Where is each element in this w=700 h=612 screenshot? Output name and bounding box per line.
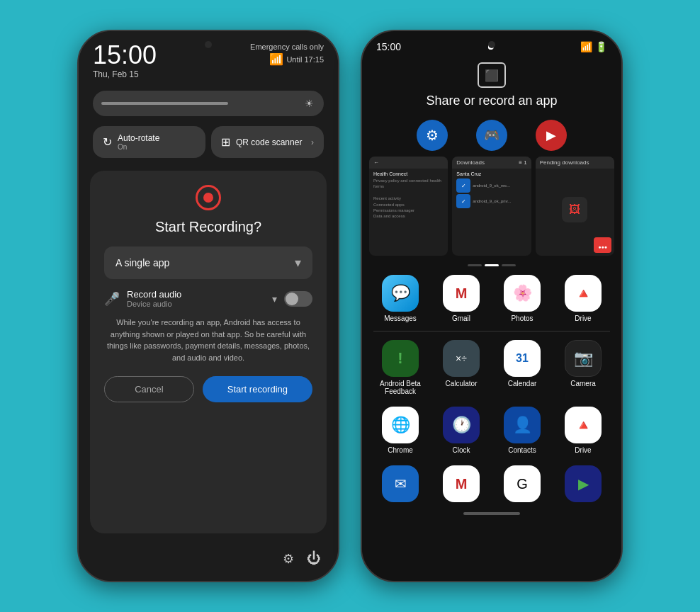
pending-label: Pending downloads [540,159,589,166]
calendar-label: Calendar [508,380,537,387]
left-phone: 15:00 Thu, Feb 15 Emergency calls only 📶… [77,30,339,582]
youtube-icon-glyph: ▶ [546,128,556,143]
emergency-text: Emergency calls only [250,42,324,51]
android-beta-glyph: ! [397,349,402,368]
messages-app[interactable]: 💬 Messages [373,275,427,322]
auto-rotate-tile[interactable]: ↻ Auto-rotate On [93,126,205,158]
preview-card-2-header: Downloads ≡ 1 [452,157,531,169]
scroll-indicator [362,261,621,269]
calendar-app[interactable]: 31 Calendar [495,340,549,395]
gmail-glyph: M [456,285,468,302]
top-apps-row: ⚙ 🎮 ▶ [362,117,621,157]
contacts-glyph: 👤 [513,416,532,434]
dropdown-text: A single app [115,257,169,268]
drive-icon: 🔺 [565,275,602,312]
preview-card-3[interactable]: Pending downloads 🖼 ●●● [536,157,614,256]
play-app-icon[interactable]: 🎮 [476,120,507,151]
gmail-icon: M [443,275,480,312]
toggle-thumb [286,293,298,305]
drive2-label: Drive [575,446,591,454]
cancel-button[interactable]: Cancel [104,376,194,402]
clock-app[interactable]: 🕐 Clock [434,407,488,454]
chrome-app[interactable]: 🌐 Chrome [373,407,427,454]
app-row4-3[interactable]: G [495,465,549,502]
status-icons-right: 📶 🔋 [580,41,607,52]
audio-sublabel: Device audio [127,300,265,308]
messages-icon: 💬 [382,275,419,312]
photos-label: Photos [511,314,533,322]
calendar-glyph: 31 [516,352,529,365]
time-right: 15:00 [376,41,401,52]
auto-rotate-sublabel: On [118,143,159,151]
preview-card-2[interactable]: Downloads ≡ 1 Santa Cruz ✓ android_9_ok_… [452,157,531,256]
app-row4-4[interactable]: ▶ [556,465,610,502]
app-row4-1[interactable]: ✉ [373,465,427,502]
audio-toggle[interactable] [284,291,312,307]
app-dropdown[interactable]: A single app ▾ [104,246,312,279]
rec-icon-row [104,185,312,210]
qr-scanner-tile[interactable]: ⊞ QR code scanner › [211,126,324,158]
dialog-buttons: Cancel Start recording [104,376,312,402]
drive2-glyph: 🔺 [575,416,592,434]
recording-circle-icon [196,185,221,210]
share-screen-icon: ⬛ [485,69,499,82]
camera-glyph: 📷 [574,349,593,368]
left-screen: 15:00 Thu, Feb 15 Emergency calls only 📶… [79,31,338,581]
drive-app-1[interactable]: 🔺 Drive [556,275,610,322]
recording-dialog: Start Recording? A single app ▾ 🎤 Record… [90,171,327,533]
settings-app-icon[interactable]: ⚙ [417,120,448,151]
preview-card-1-header: ← [369,157,448,169]
download-thumb-2: ✓ [456,194,470,208]
photos-app[interactable]: 🌸 Photos [495,275,549,322]
dialog-title: Start Recording? [104,219,312,235]
chrome-label: Chrome [388,446,413,454]
qr-icon: ⊞ [221,135,230,149]
battery-icon-right: 🔋 [595,41,607,52]
clock-label: Clock [452,446,470,454]
drive-glyph: 🔺 [575,285,592,302]
brightness-slider[interactable]: ☀ [93,91,324,116]
recording-dot [203,193,213,203]
start-recording-button[interactable]: Start recording [203,376,312,402]
power-icon[interactable]: ⏻ [307,550,321,567]
camera-notch-left [205,41,212,48]
settings-icon[interactable]: ⚙ [283,551,294,567]
share-header: ⬛ Share or record an app [362,57,621,117]
home-indicator-right [463,512,520,515]
app-row4-3-icon: G [504,465,541,502]
contacts-app[interactable]: 👤 Contacts [495,407,549,454]
download-thumb-1: ✓ [456,178,470,193]
play-icon-glyph: 🎮 [484,128,499,143]
calculator-glyph: ×÷ [456,353,467,364]
qr-arrow: › [311,137,314,147]
app-row4-4-icon: ▶ [565,465,602,502]
auto-rotate-icon: ↻ [103,135,112,149]
warning-text: While you're recording an app, Android h… [104,317,312,363]
bottom-bar-left: ⚙ ⏻ [79,542,338,581]
wifi-icon-left: 📶 [269,52,283,66]
audio-row: 🎤 Record audio Device audio ▾ [104,289,312,308]
qr-label: QR code scanner [236,137,302,147]
camera-label: Camera [570,380,596,387]
preview-card-1[interactable]: ← Health Connect Privacy policy and conn… [369,157,448,256]
photos-icon: 🌸 [504,275,541,312]
pending-thumb: 🖼 [562,197,587,222]
date-left: Thu, Feb 15 [93,69,157,79]
share-icon-box: ⬛ [478,62,506,88]
android-beta-label: Android Beta Feedback [373,380,427,395]
calculator-app[interactable]: ×÷ Calculator [434,340,488,395]
preview-card-1-text: Privacy policy and connected health form… [373,178,444,220]
contacts-label: Contacts [508,446,536,454]
drive-app-2[interactable]: 🔺 Drive [556,407,610,454]
gmail-app[interactable]: M Gmail [434,275,488,322]
android-beta-icon: ! [382,340,419,377]
pending-badge: ●●● [594,237,611,253]
app-row4-2[interactable]: M [434,465,488,502]
youtube-app-icon[interactable]: ▶ [536,120,567,151]
app-row4-2-glyph: M [456,476,468,492]
android-beta-app[interactable]: ! Android Beta Feedback [373,340,427,395]
share-title: Share or record an app [426,94,557,108]
app-row4-1-glyph: ✉ [395,475,407,492]
status-icons-left: 📶 Until 17:15 [250,52,324,66]
camera-app[interactable]: 📷 Camera [556,340,610,395]
